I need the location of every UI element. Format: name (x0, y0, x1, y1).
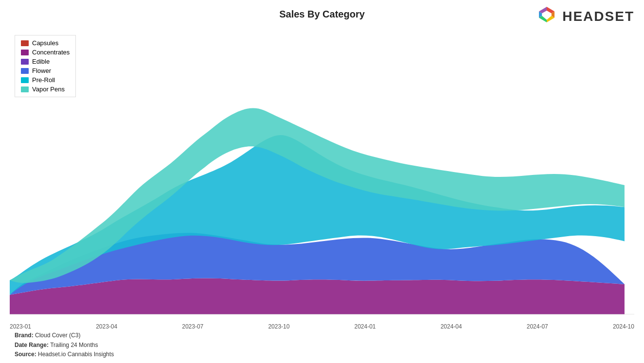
legend-label-preroll: Pre-Roll (32, 76, 55, 84)
legend-label-capsules: Capsules (32, 39, 58, 47)
x-label-3: 2023-10 (268, 323, 289, 330)
x-label-2: 2023-07 (182, 323, 203, 330)
chart-svg (10, 32, 634, 314)
footer-brand: Brand: Cloud Cover (C3) (15, 331, 114, 340)
footer-brand-label: Brand: (15, 332, 34, 339)
chart-container: HEADSET Sales By Category Capsules Conce… (0, 0, 644, 363)
footer-brand-value: Cloud Cover (C3) (35, 332, 80, 339)
legend-color-flower (21, 68, 29, 74)
legend-color-vaporpens (21, 86, 29, 92)
legend-item-flower: Flower (21, 67, 70, 74)
legend-color-concentrates (21, 50, 29, 55)
headset-logo-icon (535, 5, 558, 28)
x-label-5: 2024-04 (441, 323, 462, 330)
x-label-6: 2024-07 (527, 323, 548, 330)
x-label-4: 2024-01 (355, 323, 376, 330)
legend-label-edible: Edible (32, 58, 50, 65)
x-axis-labels: 2023-01 2023-04 2023-07 2023-10 2024-01 … (10, 323, 634, 330)
legend-item-vaporpens: Vapor Pens (21, 86, 70, 93)
legend-color-capsules (21, 40, 29, 46)
x-label-7: 2024-10 (613, 323, 634, 330)
footer-info: Brand: Cloud Cover (C3) Date Range: Trai… (15, 331, 114, 359)
legend-color-preroll (21, 77, 29, 83)
logo: HEADSET (535, 5, 634, 28)
legend-label-vaporpens: Vapor Pens (32, 86, 65, 93)
legend-label-concentrates: Concentrates (32, 49, 70, 56)
legend-color-edible (21, 59, 29, 65)
footer-date: Date Range: Trailing 24 Months (15, 341, 114, 350)
legend-item-capsules: Capsules (21, 39, 70, 47)
legend-label-flower: Flower (32, 67, 51, 74)
legend-item-preroll: Pre-Roll (21, 76, 70, 84)
footer-date-value: Trailing 24 Months (50, 342, 98, 348)
concentrates-area (10, 278, 625, 314)
x-label-1: 2023-04 (96, 323, 117, 330)
x-label-0: 2023-01 (10, 323, 31, 330)
chart-area (10, 32, 634, 314)
footer-source-value: Headset.io Cannabis Insights (38, 351, 114, 358)
legend-item-concentrates: Concentrates (21, 49, 70, 56)
legend: Capsules Concentrates Edible Flower Pre-… (15, 35, 76, 97)
footer-source: Source: Headset.io Cannabis Insights (15, 350, 114, 359)
legend-item-edible: Edible (21, 58, 70, 65)
footer-source-label: Source: (15, 351, 36, 358)
footer-date-label: Date Range: (15, 342, 49, 348)
logo-text: HEADSET (562, 9, 634, 24)
